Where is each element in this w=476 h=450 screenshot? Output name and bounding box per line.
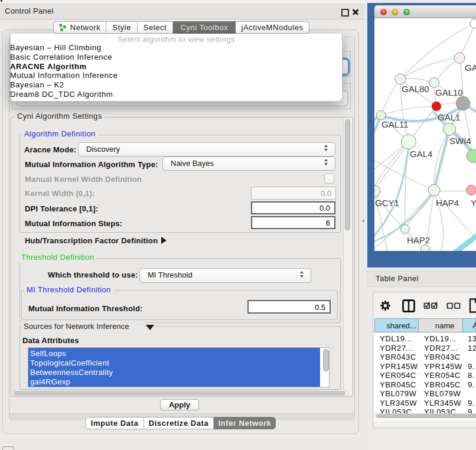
svg-text:Y: Y — [471, 198, 476, 208]
svg-text:HAP4: HAP4 — [436, 198, 459, 208]
svg-text:GAL11: GAL11 — [382, 119, 409, 129]
svg-text:GAL80: GAL80 — [402, 84, 429, 94]
svg-text:GAL1: GAL1 — [438, 112, 460, 122]
svg-text:GAL4: GAL4 — [410, 149, 432, 159]
svg-text:HAP2: HAP2 — [407, 235, 430, 245]
svg-text:SWI4: SWI4 — [449, 136, 471, 146]
svg-text:GAL10: GAL10 — [435, 87, 463, 97]
svg-text:GCY1: GCY1 — [375, 198, 399, 208]
svg-text:GAL: GAL — [465, 63, 476, 73]
